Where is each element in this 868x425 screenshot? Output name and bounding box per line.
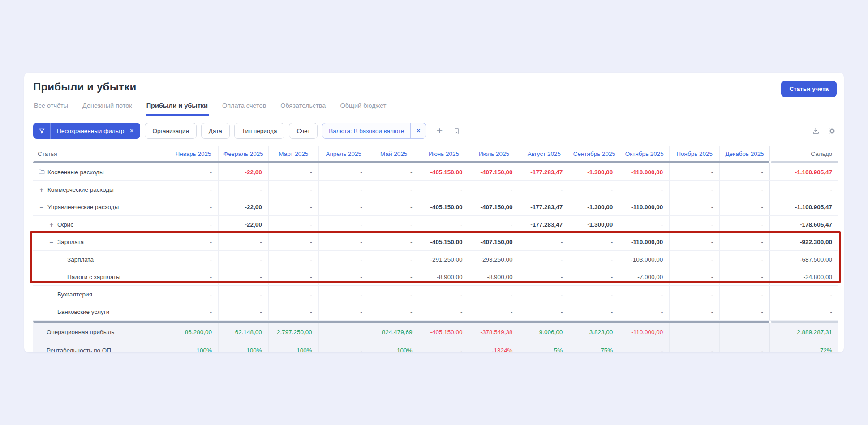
remove-currency-filter-icon[interactable]: ✕	[410, 123, 426, 138]
cell-value: -22,00	[218, 163, 268, 180]
cell-value: -	[369, 286, 419, 303]
cell-value: -110.000,00	[619, 163, 669, 180]
cell-value: -	[168, 251, 218, 268]
filter-chip-счет[interactable]: Счет	[289, 123, 318, 139]
column-header-month[interactable]: Март 2025	[268, 146, 318, 161]
cell-value: -	[369, 251, 419, 268]
tab-оплата-счетов[interactable]: Оплата счетов	[221, 99, 267, 116]
filter-chip-дата[interactable]: Дата	[201, 123, 230, 139]
expand-icon[interactable]: +	[47, 221, 56, 228]
tab-все-отчёты[interactable]: Все отчёты	[33, 99, 69, 116]
summary-value	[719, 323, 769, 341]
summary-value: -405.150,00	[419, 323, 469, 341]
table-row: Банковские услуги-------------	[33, 303, 838, 321]
row-label[interactable]: Офис	[56, 221, 73, 228]
row-label-cell: Зарплата	[33, 251, 168, 268]
add-filter-button[interactable]: +	[433, 124, 446, 137]
cell-saldo: -1.100.905,47	[769, 163, 838, 180]
column-header-month[interactable]: Апрель 2025	[318, 146, 369, 161]
cell-value: -	[369, 216, 419, 233]
summary-row: Операционная прибыль86.280,0062.148,002.…	[33, 323, 838, 341]
pnl-table: СтатьяЯнварь 2025Февраль 2025Март 2025Ап…	[33, 146, 838, 352]
row-label[interactable]: Управленческие расходы	[47, 204, 119, 210]
column-header-month[interactable]: Январь 2025	[168, 146, 218, 161]
row-label[interactable]: Зарплата	[66, 256, 94, 263]
collapse-icon[interactable]: −	[47, 239, 56, 245]
summary-value: -	[419, 341, 469, 352]
cell-value: -	[519, 251, 569, 268]
row-label-cell: Банковские услуги	[33, 303, 168, 320]
row-label[interactable]: Банковские услуги	[56, 309, 109, 315]
tab-обязательства[interactable]: Обязательства	[279, 99, 327, 116]
row-label-cell: Косвенные расходы	[33, 163, 168, 180]
column-header-month[interactable]: Декабрь 2025	[719, 146, 769, 161]
summary-value: 86.280,00	[168, 323, 218, 341]
table-row: Налоги с зарплаты------8.900,00-8.900,00…	[33, 268, 838, 286]
cell-value: -	[218, 268, 268, 285]
row-label[interactable]: Бухгалтерия	[56, 291, 92, 298]
summary-value: -	[619, 341, 669, 352]
column-header-month[interactable]: Октябрь 2025	[619, 146, 669, 161]
row-label[interactable]: Косвенные расходы	[47, 169, 104, 176]
currency-filter-chip[interactable]: Валюта: В базовой валюте ✕	[322, 123, 426, 139]
summary-value: 100%	[168, 341, 218, 352]
cell-value: -	[268, 251, 318, 268]
cell-value: -1.300,00	[569, 163, 619, 180]
summary-value: -378.549,38	[469, 323, 519, 341]
unsaved-filter-pill[interactable]: Несохраненный фильтр ✕	[33, 123, 140, 139]
summary-value: -1324%	[469, 341, 519, 352]
cell-value: -	[318, 251, 369, 268]
collapse-icon[interactable]: −	[37, 204, 47, 210]
cell-value: -	[318, 268, 369, 285]
cell-value: -	[719, 216, 769, 233]
cell-saldo: -	[769, 303, 838, 320]
expand-icon[interactable]: +	[37, 186, 47, 193]
row-label[interactable]: Налоги с зарплаты	[66, 274, 120, 280]
cell-value: -	[268, 233, 318, 250]
table-row: −Зарплата------405.150,00-407.150,00---1…	[33, 233, 838, 251]
cell-value: -	[318, 181, 369, 198]
column-header-month[interactable]: Сентябрь 2025	[569, 146, 619, 161]
cell-value: -	[469, 181, 519, 198]
column-header-month[interactable]: Июнь 2025	[419, 146, 469, 161]
summary-value: 100%	[218, 341, 268, 352]
cell-value: -	[469, 216, 519, 233]
cell-value: -8.900,00	[419, 268, 469, 285]
tab-денежный-поток[interactable]: Денежный поток	[82, 99, 133, 116]
column-header-month[interactable]: Февраль 2025	[218, 146, 268, 161]
clear-filter-icon[interactable]: ✕	[129, 128, 140, 134]
cell-value: -	[168, 181, 218, 198]
cell-value: -	[218, 181, 268, 198]
filter-chip-организация[interactable]: Организация	[145, 123, 196, 139]
filter-chip-тип-периода[interactable]: Тип периода	[234, 123, 285, 139]
cell-value: -405.150,00	[419, 198, 469, 215]
column-header-article: Статья	[33, 146, 168, 161]
cell-value: -	[318, 286, 369, 303]
column-header-month[interactable]: Ноябрь 2025	[669, 146, 719, 161]
cell-value: -	[369, 163, 419, 180]
settings-button[interactable]	[825, 124, 838, 137]
row-label-cell: −Зарплата	[33, 233, 168, 250]
accounting-items-button[interactable]: Статьи учета	[781, 81, 837, 97]
column-header-month[interactable]: Май 2025	[369, 146, 419, 161]
summary-saldo: 72%	[769, 341, 838, 352]
cell-value: -	[469, 303, 519, 320]
tab-прибыли-и-убытки[interactable]: Прибыли и убытки	[146, 99, 209, 116]
cell-value: -	[569, 286, 619, 303]
folder-icon	[37, 168, 47, 176]
cell-value: -	[268, 198, 318, 215]
column-header-month[interactable]: Июль 2025	[469, 146, 519, 161]
bookmark-icon	[453, 127, 460, 135]
save-bookmark-button[interactable]	[450, 124, 463, 137]
cell-value: -1.300,00	[569, 216, 619, 233]
summary-label: Операционная прибыль	[33, 323, 168, 341]
summary-value: -	[318, 341, 369, 352]
tab-общий-бюджет[interactable]: Общий бюджет	[339, 99, 387, 116]
download-button[interactable]	[809, 124, 822, 137]
row-label[interactable]: Коммерческие расходы	[47, 186, 114, 193]
row-label[interactable]: Зарплата	[56, 239, 84, 245]
table-summary: Операционная прибыль86.280,0062.148,002.…	[33, 323, 838, 352]
cell-value: -	[719, 268, 769, 285]
column-header-month[interactable]: Август 2025	[519, 146, 569, 161]
cell-value: -	[218, 286, 268, 303]
